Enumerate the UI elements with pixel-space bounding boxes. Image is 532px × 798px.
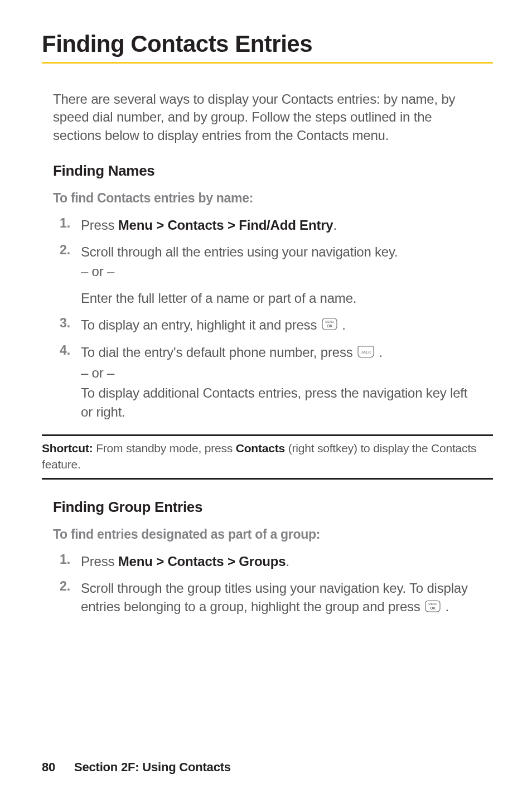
step-number: 3. bbox=[53, 316, 81, 331]
step-number: 1. bbox=[53, 216, 81, 231]
intro-paragraph: There are several ways to display your C… bbox=[53, 90, 482, 144]
step-number: 2. bbox=[53, 243, 81, 258]
steps-list-groups: 1. Press Menu > Contacts > Groups. 2. Sc… bbox=[53, 552, 482, 617]
step-post: . bbox=[379, 345, 382, 360]
shortcut-callout: Shortcut: From standby mode, press Conta… bbox=[42, 434, 493, 480]
step-or: – or – bbox=[81, 364, 482, 383]
step-text: Press Menu > Contacts > Find/Add Entry. bbox=[81, 216, 482, 235]
step-post: . bbox=[342, 317, 345, 332]
step-text: To display an entry, highlight it and pr… bbox=[81, 316, 482, 335]
step-item: 2. Scroll through all the entries using … bbox=[53, 243, 482, 308]
steps-list-names: 1. Press Menu > Contacts > Find/Add Entr… bbox=[53, 216, 482, 421]
step-item: 4. To dial the entry's default phone num… bbox=[53, 343, 482, 421]
page-title: Finding Contacts Entries bbox=[42, 31, 493, 64]
step-item: 1. Press Menu > Contacts > Find/Add Entr… bbox=[53, 216, 482, 235]
menu-ok-key-icon: MENUOK bbox=[322, 316, 337, 335]
step-bold: Menu > Contacts > Groups bbox=[118, 554, 286, 569]
step-sub: Enter the full letter of a name or part … bbox=[81, 289, 482, 308]
svg-text:MENU: MENU bbox=[325, 320, 334, 323]
step-number: 1. bbox=[53, 552, 81, 567]
step-pre: Press bbox=[81, 554, 118, 569]
talk-key-icon: TALK bbox=[357, 344, 374, 363]
subheading-finding-names: Finding Names bbox=[53, 162, 482, 180]
step-sub: To display additional Contacts entries, … bbox=[81, 385, 467, 419]
menu-ok-key-icon: MENUOK bbox=[425, 598, 441, 617]
step-post: . bbox=[286, 554, 289, 569]
step-main: To dial the entry's default phone number… bbox=[81, 345, 356, 360]
instruction-find-group: To find entries designated as part of a … bbox=[53, 527, 482, 542]
step-bold: Menu > Contacts > Find/Add Entry bbox=[118, 217, 333, 233]
svg-text:OK: OK bbox=[327, 324, 332, 328]
shortcut-pre: From standby mode, press bbox=[93, 442, 236, 454]
shortcut-label: Shortcut: bbox=[42, 442, 93, 454]
step-pre: Press bbox=[81, 217, 118, 233]
step-number: 4. bbox=[53, 343, 81, 358]
step-main: Scroll through all the entries using you… bbox=[81, 244, 398, 259]
step-item: 3. To display an entry, highlight it and… bbox=[53, 316, 482, 335]
step-text: Scroll through all the entries using you… bbox=[81, 243, 482, 308]
svg-text:OK: OK bbox=[430, 606, 436, 610]
svg-text:TALK: TALK bbox=[361, 350, 371, 355]
step-or: – or – bbox=[81, 262, 482, 281]
svg-text:MENU: MENU bbox=[428, 602, 437, 606]
step-item: 2. Scroll through the group titles using… bbox=[53, 579, 482, 617]
step-item: 1. Press Menu > Contacts > Groups. bbox=[53, 552, 482, 571]
step-text: Scroll through the group titles using yo… bbox=[81, 579, 482, 617]
step-text: Press Menu > Contacts > Groups. bbox=[81, 552, 482, 571]
step-main: To display an entry, highlight it and pr… bbox=[81, 317, 321, 332]
step-post: . bbox=[333, 217, 336, 233]
step-number: 2. bbox=[53, 579, 81, 594]
step-text: To dial the entry's default phone number… bbox=[81, 343, 482, 421]
step-post: . bbox=[446, 599, 449, 614]
subheading-finding-groups: Finding Group Entries bbox=[53, 499, 482, 516]
step-main: Scroll through the group titles using yo… bbox=[81, 581, 468, 615]
instruction-find-by-name: To find Contacts entries by name: bbox=[53, 191, 482, 206]
shortcut-bold: Contacts bbox=[236, 442, 285, 454]
